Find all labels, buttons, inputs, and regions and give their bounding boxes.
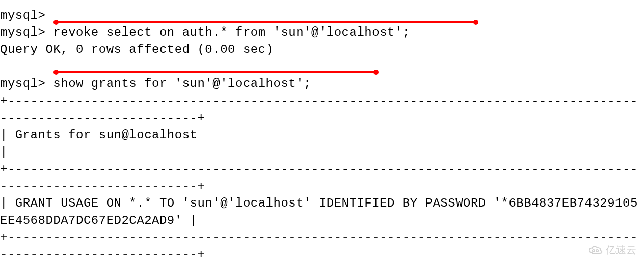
table-sep-mid: +---------------------------------------… [0,161,644,195]
table-sep-top: +---------------------------------------… [0,93,644,127]
prompt-1: mysql> [0,25,53,39]
annotation-underline-1 [55,21,477,23]
revoke-command: revoke select on auth.* from 'sun'@'loca… [53,25,410,39]
show-grants-command: show grants for 'sun'@'localhost'; [53,77,311,91]
table-header-row: | Grants for sun@localhost | [0,127,644,161]
cmd-line-1: mysql> revoke select on auth.* from 'sun… [0,24,644,41]
table-data-row: | GRANT USAGE ON *.* TO 'sun'@'localhost… [0,195,644,229]
annotation-underline-2 [55,71,377,73]
terminal-output: mysql>mysql> revoke select on auth.* fro… [0,0,644,261]
result-1: Query OK, 0 rows affected (0.00 sec) [0,41,644,59]
prompt-2: mysql> [0,77,53,91]
cmd-line-2: mysql> show grants for 'sun'@'localhost'… [0,75,644,93]
table-sep-bot: +---------------------------------------… [0,229,644,261]
